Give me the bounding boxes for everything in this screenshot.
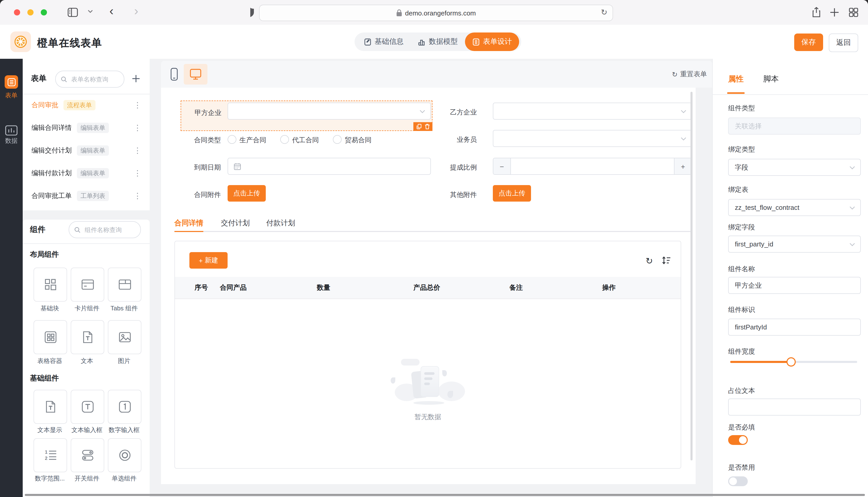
radio-production-contract[interactable] xyxy=(228,135,236,144)
tab-delivery-plan[interactable]: 交付计划 xyxy=(221,218,250,228)
rail-item-forms[interactable] xyxy=(5,75,18,89)
add-form-icon[interactable] xyxy=(132,75,140,83)
component-number-range[interactable]: 1 2 xyxy=(33,438,67,472)
disabled-toggle[interactable] xyxy=(728,477,748,486)
bind-field-select[interactable]: first_party_id xyxy=(728,236,861,253)
tab-overview-icon[interactable] xyxy=(849,8,858,17)
app-window: ‹ › demo.orangeforms.com ↻ xyxy=(0,0,868,497)
component-text-input[interactable] xyxy=(71,390,104,424)
form-search[interactable] xyxy=(55,71,124,88)
reset-form-button[interactable]: ↻ 重置表单 xyxy=(672,61,707,88)
address-bar[interactable]: demo.orangeforms.com ↻ xyxy=(259,5,613,21)
bar-chart-icon xyxy=(418,38,426,46)
kebab-menu-icon[interactable]: ⋮ xyxy=(134,191,141,201)
component-name-value[interactable] xyxy=(735,282,854,289)
kebab-menu-icon[interactable]: ⋮ xyxy=(134,169,141,178)
salesman-select[interactable] xyxy=(493,130,692,147)
commission-rate-stepper[interactable]: − + xyxy=(493,158,692,175)
component-table-container[interactable] xyxy=(33,320,67,354)
field-label: 组件名称 xyxy=(728,265,755,274)
table-sort-icon[interactable] xyxy=(662,256,671,265)
minimize-window-button[interactable] xyxy=(27,9,33,15)
component-search[interactable] xyxy=(69,221,141,238)
component-number-input[interactable] xyxy=(108,390,141,424)
due-date-input[interactable] xyxy=(228,158,431,175)
rail-item-data[interactable] xyxy=(5,124,18,137)
component-basic-block[interactable] xyxy=(33,268,67,302)
component-text-display[interactable] xyxy=(33,390,67,424)
other-upload-button[interactable]: 点击上传 xyxy=(493,185,531,202)
form-tag: 编辑表单 xyxy=(77,168,109,179)
reload-icon[interactable]: ↻ xyxy=(601,8,607,17)
component-key-input[interactable] xyxy=(728,318,861,336)
kebab-menu-icon[interactable]: ⋮ xyxy=(134,146,141,155)
horizontal-scrollbar[interactable] xyxy=(25,494,865,496)
placeholder-text-input[interactable] xyxy=(728,399,861,415)
stepper-minus-button[interactable]: − xyxy=(493,158,511,174)
form-canvas: 甲方企业 乙方企业 合同类 xyxy=(161,88,695,484)
form-list-item[interactable]: 编辑合同详情 编辑表单 ⋮ xyxy=(23,116,150,139)
component-name-input[interactable] xyxy=(728,277,861,294)
sidebar-toggle-icon[interactable] xyxy=(67,7,79,17)
delete-icon[interactable] xyxy=(425,124,430,129)
share-icon[interactable] xyxy=(812,7,821,18)
required-toggle[interactable] xyxy=(728,435,748,445)
second-party-select[interactable] xyxy=(493,103,692,119)
radio-trade-contract[interactable] xyxy=(333,135,342,144)
component-label: Tabs 组件 xyxy=(105,304,143,313)
mobile-view-button[interactable] xyxy=(166,66,182,83)
close-window-button[interactable] xyxy=(14,9,20,15)
tab-data-model[interactable]: 数据模型 xyxy=(411,32,465,51)
save-button[interactable]: 保存 xyxy=(794,33,823,51)
form-list-item[interactable]: 合同审批工单 工单列表 ⋮ xyxy=(23,185,150,207)
form-name: 编辑合同详情 xyxy=(31,123,72,132)
kebab-menu-icon[interactable]: ⋮ xyxy=(134,101,141,110)
component-text[interactable] xyxy=(71,320,104,354)
selected-field-first-party[interactable]: 甲方企业 xyxy=(181,101,432,131)
copy-icon[interactable] xyxy=(416,124,421,129)
form-list-item[interactable]: 合同审批 流程表单 ⋮ xyxy=(23,94,150,116)
stepper-plus-button[interactable]: + xyxy=(674,158,691,174)
contract-upload-button[interactable]: 点击上传 xyxy=(228,185,266,202)
first-party-select[interactable] xyxy=(228,103,431,119)
component-image[interactable] xyxy=(108,320,141,354)
sidebar-chevron-icon[interactable] xyxy=(88,9,93,13)
privacy-shield-icon[interactable] xyxy=(246,7,254,17)
component-tabs[interactable] xyxy=(108,268,141,302)
form-search-input[interactable] xyxy=(70,75,119,83)
slider-knob[interactable] xyxy=(786,357,796,367)
component-width-slider[interactable] xyxy=(730,361,857,363)
component-radio[interactable] xyxy=(108,438,141,472)
inspector-tab-script[interactable]: 脚本 xyxy=(763,74,779,84)
component-card[interactable] xyxy=(71,268,104,302)
component-search-input[interactable] xyxy=(84,226,135,234)
tab-basic-info[interactable]: 基础信息 xyxy=(357,32,411,51)
back-button[interactable]: 返回 xyxy=(829,33,858,52)
rail-label-forms[interactable]: 表单 xyxy=(0,91,23,100)
kebab-menu-icon[interactable]: ⋮ xyxy=(134,123,141,132)
rail-label-data[interactable]: 数据 xyxy=(0,137,23,145)
form-list-item[interactable]: 编辑交付计划 编辑表单 ⋮ xyxy=(23,139,150,162)
canvas-scrollbar[interactable] xyxy=(690,92,692,460)
new-tab-icon[interactable] xyxy=(830,8,839,17)
field-label: 合同附件 xyxy=(181,190,221,200)
tab-payment-plan[interactable]: 付款计划 xyxy=(266,218,295,228)
new-row-button[interactable]: + 新建 xyxy=(189,252,228,269)
col-product: 合同产品 xyxy=(220,277,247,299)
browser-forward-button[interactable]: › xyxy=(134,6,138,16)
component-key-value[interactable] xyxy=(735,323,854,331)
placeholder-text-value[interactable] xyxy=(735,403,854,411)
bind-table-select[interactable]: zz_test_flow_contract xyxy=(728,199,861,216)
tab-contract-detail[interactable]: 合同详情 xyxy=(175,218,203,228)
radio-oem-contract[interactable] xyxy=(280,135,289,144)
zoom-window-button[interactable] xyxy=(41,9,47,15)
desktop-view-button[interactable] xyxy=(184,64,207,85)
component-switch[interactable] xyxy=(71,438,104,472)
component-type-input: 关联选择 xyxy=(728,117,861,134)
tab-form-design[interactable]: 表单设计 xyxy=(465,32,519,51)
table-refresh-icon[interactable]: ↻ xyxy=(646,256,653,267)
browser-back-button[interactable]: ‹ xyxy=(109,6,113,16)
form-list-item[interactable]: 编辑付款计划 编辑表单 ⋮ xyxy=(23,162,150,185)
bind-type-select[interactable]: 字段 xyxy=(728,159,861,176)
inspector-tab-properties[interactable]: 属性 xyxy=(728,74,744,84)
